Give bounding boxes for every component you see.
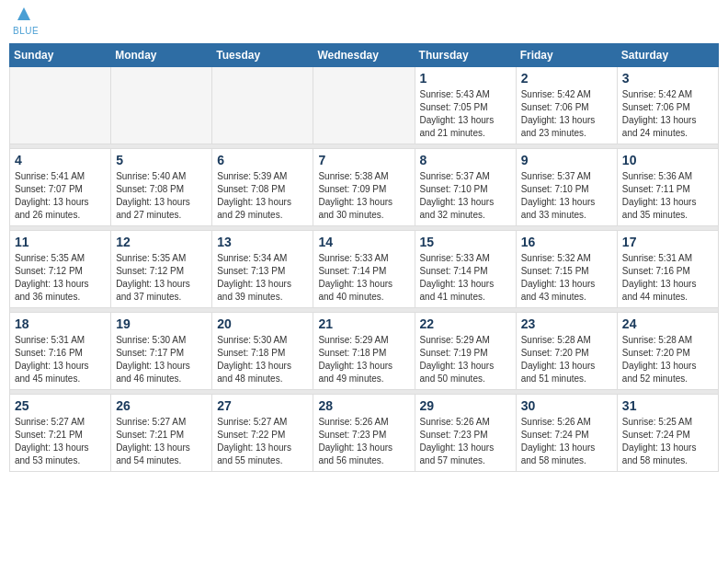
calendar-day-cell: 10Sunrise: 5:36 AM Sunset: 7:11 PM Dayli… — [617, 149, 718, 226]
calendar-day-cell: 20Sunrise: 5:30 AM Sunset: 7:18 PM Dayli… — [212, 313, 313, 390]
day-number: 8 — [420, 153, 511, 167]
day-number: 19 — [116, 316, 207, 331]
calendar-day-cell: 22Sunrise: 5:29 AM Sunset: 7:19 PM Dayli… — [415, 313, 516, 390]
calendar-day-cell: 9Sunrise: 5:37 AM Sunset: 7:10 PM Daylig… — [516, 149, 617, 226]
day-number: 12 — [116, 235, 207, 249]
logo: BLUE — [13, 9, 39, 36]
day-info: Sunrise: 5:38 AM Sunset: 7:09 PM Dayligh… — [318, 170, 409, 222]
day-info: Sunrise: 5:40 AM Sunset: 7:08 PM Dayligh… — [116, 170, 207, 222]
calendar-day-cell: 31Sunrise: 5:25 AM Sunset: 7:24 PM Dayli… — [617, 395, 718, 472]
day-info: Sunrise: 5:34 AM Sunset: 7:13 PM Dayligh… — [217, 252, 308, 304]
day-info: Sunrise: 5:43 AM Sunset: 7:05 PM Dayligh… — [420, 88, 511, 140]
day-number: 23 — [521, 316, 612, 331]
calendar-week-row: 18Sunrise: 5:31 AM Sunset: 7:16 PM Dayli… — [10, 313, 719, 390]
day-info: Sunrise: 5:31 AM Sunset: 7:16 PM Dayligh… — [622, 252, 713, 304]
day-number: 9 — [521, 153, 612, 167]
calendar-day-cell: 2Sunrise: 5:42 AM Sunset: 7:06 PM Daylig… — [516, 67, 617, 144]
day-number: 30 — [521, 398, 612, 413]
day-info: Sunrise: 5:36 AM Sunset: 7:11 PM Dayligh… — [622, 170, 713, 222]
day-number: 26 — [116, 398, 207, 413]
day-info: Sunrise: 5:27 AM Sunset: 7:21 PM Dayligh… — [116, 416, 207, 467]
day-info: Sunrise: 5:41 AM Sunset: 7:07 PM Dayligh… — [15, 170, 106, 222]
calendar-week-row: 1Sunrise: 5:43 AM Sunset: 7:05 PM Daylig… — [10, 67, 719, 144]
day-info: Sunrise: 5:31 AM Sunset: 7:16 PM Dayligh… — [15, 334, 106, 385]
calendar-day-cell: 24Sunrise: 5:28 AM Sunset: 7:20 PM Dayli… — [617, 313, 718, 390]
day-number: 3 — [622, 71, 713, 86]
day-info: Sunrise: 5:29 AM Sunset: 7:19 PM Dayligh… — [420, 334, 511, 385]
day-number: 17 — [622, 235, 713, 249]
weekday-header-row: SundayMondayTuesdayWednesdayThursdayFrid… — [10, 44, 719, 67]
calendar-day-cell: 13Sunrise: 5:34 AM Sunset: 7:13 PM Dayli… — [212, 231, 313, 308]
weekday-header-friday: Friday — [516, 44, 617, 67]
calendar-day-cell: 23Sunrise: 5:28 AM Sunset: 7:20 PM Dayli… — [516, 313, 617, 390]
calendar-day-cell: 30Sunrise: 5:26 AM Sunset: 7:24 PM Dayli… — [516, 395, 617, 472]
calendar-day-cell — [212, 67, 313, 144]
calendar-day-cell: 11Sunrise: 5:35 AM Sunset: 7:12 PM Dayli… — [10, 231, 111, 308]
calendar-day-cell — [10, 67, 111, 144]
day-info: Sunrise: 5:33 AM Sunset: 7:14 PM Dayligh… — [420, 252, 511, 304]
day-info: Sunrise: 5:27 AM Sunset: 7:22 PM Dayligh… — [217, 416, 308, 467]
day-number: 28 — [318, 398, 409, 413]
day-number: 27 — [217, 398, 308, 413]
day-number: 4 — [15, 153, 106, 167]
calendar-day-cell — [111, 67, 212, 144]
day-number: 18 — [15, 316, 106, 331]
calendar-day-cell: 18Sunrise: 5:31 AM Sunset: 7:16 PM Dayli… — [10, 313, 111, 390]
day-info: Sunrise: 5:42 AM Sunset: 7:06 PM Dayligh… — [521, 88, 612, 140]
day-info: Sunrise: 5:30 AM Sunset: 7:18 PM Dayligh… — [217, 334, 308, 385]
weekday-header-saturday: Saturday — [617, 44, 718, 67]
svg-marker-0 — [17, 7, 30, 20]
calendar-day-cell: 6Sunrise: 5:39 AM Sunset: 7:08 PM Daylig… — [212, 149, 313, 226]
day-number: 22 — [420, 316, 511, 331]
calendar-day-cell: 7Sunrise: 5:38 AM Sunset: 7:09 PM Daylig… — [313, 149, 415, 226]
day-info: Sunrise: 5:32 AM Sunset: 7:15 PM Dayligh… — [521, 252, 612, 304]
day-info: Sunrise: 5:30 AM Sunset: 7:17 PM Dayligh… — [116, 334, 207, 385]
logo-tagline: BLUE — [13, 26, 39, 36]
day-number: 24 — [622, 316, 713, 331]
day-info: Sunrise: 5:25 AM Sunset: 7:24 PM Dayligh… — [622, 416, 713, 467]
day-info: Sunrise: 5:27 AM Sunset: 7:21 PM Dayligh… — [15, 416, 106, 467]
calendar-day-cell: 17Sunrise: 5:31 AM Sunset: 7:16 PM Dayli… — [617, 231, 718, 308]
day-info: Sunrise: 5:42 AM Sunset: 7:06 PM Dayligh… — [622, 88, 713, 140]
day-number: 16 — [521, 235, 612, 249]
calendar-day-cell: 15Sunrise: 5:33 AM Sunset: 7:14 PM Dayli… — [415, 231, 516, 308]
day-number: 11 — [15, 235, 106, 249]
calendar-day-cell: 3Sunrise: 5:42 AM Sunset: 7:06 PM Daylig… — [617, 67, 718, 144]
day-number: 31 — [622, 398, 713, 413]
day-info: Sunrise: 5:26 AM Sunset: 7:23 PM Dayligh… — [318, 416, 409, 467]
day-number: 5 — [116, 153, 207, 167]
day-info: Sunrise: 5:33 AM Sunset: 7:14 PM Dayligh… — [318, 252, 409, 304]
calendar-week-row: 4Sunrise: 5:41 AM Sunset: 7:07 PM Daylig… — [10, 149, 719, 226]
day-number: 6 — [217, 153, 308, 167]
day-number: 14 — [318, 235, 409, 249]
weekday-header-sunday: Sunday — [10, 44, 111, 67]
calendar-day-cell: 8Sunrise: 5:37 AM Sunset: 7:10 PM Daylig… — [415, 149, 516, 226]
calendar-day-cell: 1Sunrise: 5:43 AM Sunset: 7:05 PM Daylig… — [415, 67, 516, 144]
day-info: Sunrise: 5:37 AM Sunset: 7:10 PM Dayligh… — [420, 170, 511, 222]
calendar-day-cell: 25Sunrise: 5:27 AM Sunset: 7:21 PM Dayli… — [10, 395, 111, 472]
weekday-header-thursday: Thursday — [415, 44, 516, 67]
day-number: 25 — [15, 398, 106, 413]
day-info: Sunrise: 5:35 AM Sunset: 7:12 PM Dayligh… — [15, 252, 106, 304]
day-info: Sunrise: 5:29 AM Sunset: 7:18 PM Dayligh… — [318, 334, 409, 385]
day-number: 10 — [622, 153, 713, 167]
weekday-header-wednesday: Wednesday — [313, 44, 415, 67]
page-header: BLUE — [9, 9, 719, 36]
day-number: 7 — [318, 153, 409, 167]
day-info: Sunrise: 5:35 AM Sunset: 7:12 PM Dayligh… — [116, 252, 207, 304]
weekday-header-tuesday: Tuesday — [212, 44, 313, 67]
day-number: 13 — [217, 235, 308, 249]
calendar-day-cell: 28Sunrise: 5:26 AM Sunset: 7:23 PM Dayli… — [313, 395, 415, 472]
calendar-table: SundayMondayTuesdayWednesdayThursdayFrid… — [9, 43, 719, 472]
day-info: Sunrise: 5:28 AM Sunset: 7:20 PM Dayligh… — [622, 334, 713, 385]
day-info: Sunrise: 5:26 AM Sunset: 7:23 PM Dayligh… — [420, 416, 511, 467]
calendar-day-cell: 19Sunrise: 5:30 AM Sunset: 7:17 PM Dayli… — [111, 313, 212, 390]
calendar-day-cell: 27Sunrise: 5:27 AM Sunset: 7:22 PM Dayli… — [212, 395, 313, 472]
calendar-day-cell: 16Sunrise: 5:32 AM Sunset: 7:15 PM Dayli… — [516, 231, 617, 308]
calendar-day-cell: 26Sunrise: 5:27 AM Sunset: 7:21 PM Dayli… — [111, 395, 212, 472]
calendar-day-cell — [313, 67, 415, 144]
day-info: Sunrise: 5:39 AM Sunset: 7:08 PM Dayligh… — [217, 170, 308, 222]
day-number: 2 — [521, 71, 612, 86]
day-info: Sunrise: 5:26 AM Sunset: 7:24 PM Dayligh… — [521, 416, 612, 467]
calendar-day-cell: 14Sunrise: 5:33 AM Sunset: 7:14 PM Dayli… — [313, 231, 415, 308]
